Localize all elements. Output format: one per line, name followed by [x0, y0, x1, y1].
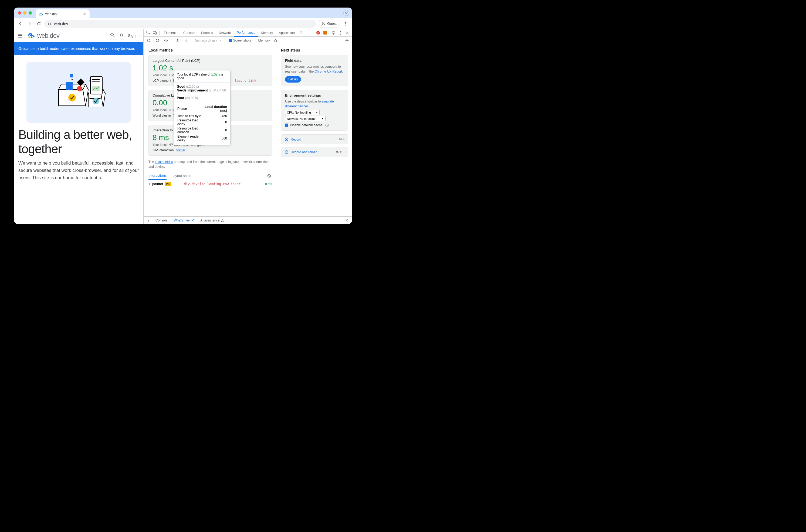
settings-button[interactable] [331, 30, 336, 36]
tab-layout-shifts[interactable]: Layout shifts [171, 172, 191, 179]
inp-interaction-row: INP interaction pointer [152, 148, 268, 152]
warning-badge[interactable]: !2 [323, 31, 329, 35]
svg-point-4 [48, 24, 49, 25]
inspect-element-button[interactable] [145, 30, 151, 36]
tabs-overflow-button[interactable] [298, 30, 304, 36]
svg-point-8 [345, 23, 346, 24]
cpu-throttling-select[interactable]: CPU: No throttling▾ [285, 110, 320, 115]
setup-button[interactable]: Set up [285, 76, 301, 82]
tab-application[interactable]: Application [276, 29, 298, 37]
disable-cache-checkbox[interactable]: Disable network cache? [285, 123, 344, 127]
guest-label: Guest [327, 22, 337, 26]
browser-tabstrip: web.dev [14, 7, 352, 18]
address-bar[interactable]: web.dev [44, 20, 316, 28]
tab-overflow-button[interactable] [343, 10, 349, 16]
logo-icon [27, 31, 35, 40]
drawer-menu-button[interactable] [146, 217, 152, 223]
tab-console[interactable]: Console [181, 29, 198, 37]
browser-tab[interactable]: web.dev [36, 10, 90, 18]
network-throttling-select[interactable]: Network: No throttling▾ [285, 116, 325, 121]
forward-button[interactable] [26, 20, 34, 27]
recordings-dropdown[interactable]: (no recordings) [195, 39, 217, 42]
svg-point-9 [345, 24, 346, 25]
search-button[interactable] [110, 33, 115, 39]
gc-button[interactable] [273, 38, 279, 43]
download-button[interactable] [183, 38, 189, 43]
devtools-tabs: Elements Console Sources Network Perform… [144, 29, 352, 37]
svg-rect-30 [155, 32, 156, 34]
site-logo[interactable]: web.dev [27, 31, 59, 40]
guest-icon [321, 22, 325, 26]
devtools-menu-button[interactable] [337, 30, 343, 36]
tab-elements[interactable]: Elements [161, 29, 180, 37]
screenshots-checkbox[interactable]: Screenshots [229, 39, 251, 42]
record-action[interactable]: Record ⌘ E [281, 134, 348, 144]
tab-performance[interactable]: Performance [234, 29, 258, 37]
memory-checkbox[interactable]: Memory [254, 39, 270, 42]
tab-network[interactable]: Network [216, 29, 233, 37]
reload-icon [284, 150, 288, 154]
close-devtools-button[interactable] [344, 30, 350, 36]
field-data-title: Field data [285, 59, 344, 62]
site-wordmark: web.dev [37, 32, 59, 39]
svg-point-20 [68, 94, 76, 101]
close-window-button[interactable] [18, 11, 21, 15]
svg-point-34 [340, 34, 341, 35]
tab-sources[interactable]: Sources [199, 29, 216, 37]
interaction-row[interactable]: pointer INP div.devsite-landing-row-inne… [148, 180, 272, 188]
record-reload-action[interactable]: Record and reload ⌘ ⇧ E [281, 147, 348, 157]
help-icon: ? [325, 124, 329, 127]
profile-button[interactable]: Guest [318, 20, 340, 28]
theme-toggle-button[interactable] [119, 32, 124, 39]
stop-button[interactable] [163, 38, 169, 43]
page-viewport: web.dev Sign in Guidance to build modern… [14, 29, 144, 224]
new-tab-button[interactable] [91, 9, 99, 17]
devtools-drawer: Console What's new AI assistance [144, 216, 352, 224]
drawer-tab-console[interactable]: Console [153, 216, 170, 224]
perf-settings-button[interactable] [344, 38, 350, 43]
signin-link[interactable]: Sign in [128, 34, 139, 38]
hero-title: Building a better web, together [14, 126, 143, 156]
chrome-menu-button[interactable] [342, 20, 349, 27]
record-button[interactable] [146, 38, 152, 43]
drawer-tab-ai[interactable]: AI assistance [198, 216, 227, 224]
expand-icon [148, 183, 151, 185]
svg-point-44 [148, 220, 149, 221]
interaction-time: 8 ms [265, 182, 272, 186]
tab-title: web.dev [45, 12, 80, 16]
svg-point-19 [77, 86, 82, 92]
interaction-element: div.devsite-landing-row-inner [184, 182, 241, 186]
reload-button[interactable] [35, 20, 43, 27]
field-data-body: See how your local metrics compare to re… [285, 64, 344, 74]
tab-interactions[interactable]: Interactions [148, 172, 167, 180]
drawer-close-button[interactable] [344, 217, 350, 223]
error-badge[interactable]: ✕2 [316, 31, 322, 35]
svg-text:?: ? [326, 124, 328, 127]
back-button[interactable] [17, 20, 24, 27]
menu-button[interactable] [18, 34, 24, 38]
svg-point-37 [346, 40, 348, 41]
svg-point-0 [39, 15, 40, 16]
maximize-window-button[interactable] [29, 11, 32, 15]
clear-interactions-button[interactable] [266, 173, 272, 179]
tab-memory[interactable]: Memory [259, 29, 276, 37]
field-data-card: Field data See how your local metrics co… [281, 55, 348, 86]
svg-point-45 [148, 221, 149, 222]
svg-point-42 [286, 139, 287, 140]
lcp-label: Largest Contentful Paint (LCP) [152, 59, 268, 62]
site-settings-icon [48, 22, 51, 26]
tab-close-button[interactable] [82, 12, 87, 16]
lcp-tooltip: Your local LCP value of 1.02 s is good. … [174, 70, 230, 145]
reload-record-button[interactable] [154, 38, 160, 43]
svg-rect-17 [70, 74, 73, 77]
device-toolbar-button[interactable] [152, 30, 158, 36]
env-body: Use the device toolbar to simulate diffe… [285, 99, 344, 109]
svg-rect-3 [50, 23, 51, 23]
env-title: Environment settings [285, 93, 344, 97]
drawer-tab-whatsnew[interactable]: What's new [171, 216, 196, 224]
hero-illustration [26, 62, 131, 123]
svg-rect-2 [48, 23, 49, 23]
upload-button[interactable] [175, 38, 181, 43]
minimize-window-button[interactable] [23, 11, 26, 15]
svg-point-6 [322, 22, 324, 24]
